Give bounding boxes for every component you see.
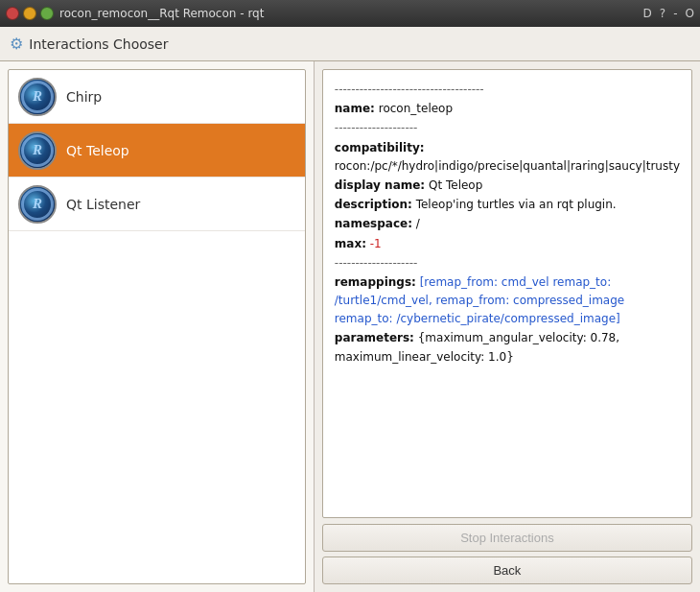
separator-3: -------------------- [335, 254, 680, 272]
list-item-chirp[interactable]: R Chirp [9, 70, 305, 124]
remap-row: remappings: [remap_from: cmd_vel remap_t… [335, 273, 680, 329]
close-button[interactable] [6, 7, 19, 20]
separator-2: -------------------- [335, 119, 680, 137]
display-row: display name: Qt Teleop [335, 177, 680, 195]
list-item-qt-listener-label: Qt Listener [66, 197, 140, 212]
desc-row: description: Teleop'ing turtles via an r… [335, 196, 680, 214]
max-row: max: -1 [335, 235, 680, 253]
minimize-button[interactable] [23, 7, 36, 20]
interactions-list: R Chirp R Qt Teleop R [8, 69, 306, 584]
detail-box: ------------------------------------ nam… [322, 69, 692, 518]
back-button[interactable]: Back [322, 556, 692, 584]
app-header-title: Interactions Chooser [29, 36, 168, 52]
list-item-qt-teleop-label: Qt Teleop [66, 143, 129, 158]
help-button[interactable]: ? [660, 7, 665, 20]
list-item-qt-teleop[interactable]: R Qt Teleop [9, 124, 305, 178]
ns-row: namespace: / [335, 215, 680, 233]
window-controls[interactable] [6, 7, 54, 20]
ros-logo-qt-teleop: R [20, 133, 55, 168]
compat-row: compatibility: rocon:/pc/*/hydro|indigo/… [335, 139, 680, 176]
button-row: Stop Interactions Back [322, 524, 692, 584]
separator-1: ------------------------------------ [335, 81, 680, 99]
left-panel: R Chirp R Qt Teleop R [0, 61, 315, 592]
d-button[interactable]: D [643, 7, 652, 20]
ros-logo-chirp: R [20, 80, 55, 114]
avatar-qt-teleop: R [18, 131, 57, 170]
list-item-qt-listener[interactable]: R Qt Listener [9, 178, 305, 231]
o-button[interactable]: O [686, 7, 694, 20]
dash-button[interactable]: - [673, 7, 677, 20]
app-header: ⚙ Interactions Chooser [0, 27, 700, 61]
ros-logo-qt-listener: R [20, 187, 55, 222]
list-item-chirp-label: Chirp [66, 89, 102, 105]
window-title: rocon_remocon__Rqt Remocon - rqt [59, 7, 638, 20]
avatar-qt-listener: R [18, 185, 57, 224]
title-bar: rocon_remocon__Rqt Remocon - rqt D ? - O [0, 0, 700, 27]
avatar-chirp: R [18, 78, 57, 116]
name-row: name: rocon_teleop [335, 100, 680, 118]
main-content: R Chirp R Qt Teleop R [0, 61, 700, 592]
params-row: parameters: {maximum_angular_velocity: 0… [335, 329, 680, 366]
interactions-icon: ⚙ [10, 35, 23, 53]
title-bar-actions: D ? - O [643, 7, 694, 20]
right-panel: ------------------------------------ nam… [315, 61, 700, 592]
stop-interactions-button[interactable]: Stop Interactions [322, 524, 692, 552]
maximize-button[interactable] [40, 7, 54, 20]
